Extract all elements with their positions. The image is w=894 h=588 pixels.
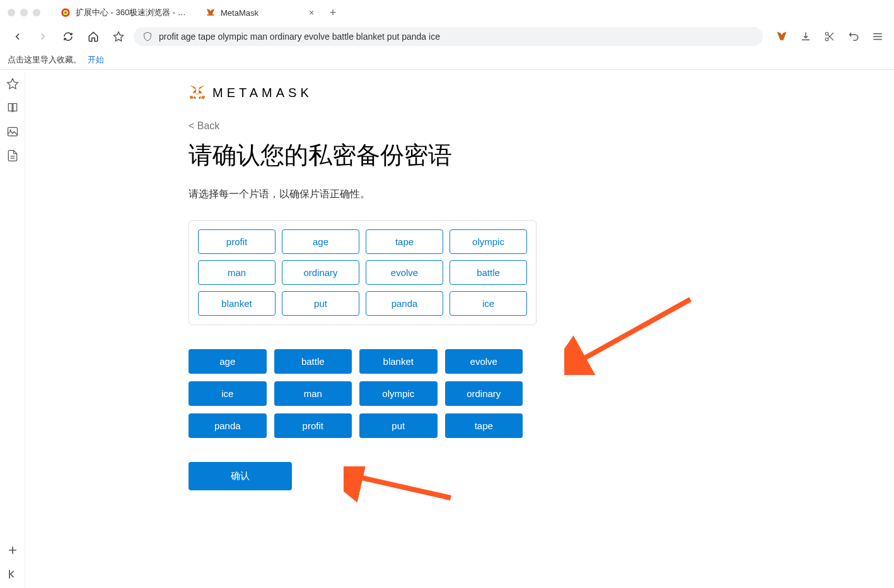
selected-word-1[interactable]: age xyxy=(282,229,359,254)
sidebar-star-icon[interactable] xyxy=(6,78,19,90)
pool-word-6[interactable]: olympic xyxy=(359,381,438,406)
selected-word-11[interactable]: ice xyxy=(450,291,527,316)
scissors-button[interactable] xyxy=(821,28,839,45)
page-content: METAMASK < Back 请确认您的私密备份密语 请选择每一个片语，以确保… xyxy=(25,71,894,588)
word-pool: agebattleblanketevolveicemanolympicordin… xyxy=(189,349,523,438)
download-button[interactable] xyxy=(797,28,815,45)
selected-word-6[interactable]: evolve xyxy=(366,260,443,285)
sidebar-book-icon[interactable] xyxy=(6,101,19,114)
bookmark-bar: 点击这里导入收藏。 开始 xyxy=(0,50,894,69)
svg-point-3 xyxy=(825,32,828,35)
sidebar-image-icon[interactable] xyxy=(6,125,19,138)
nav-back-button[interactable] xyxy=(8,26,28,47)
svg-rect-5 xyxy=(8,127,17,135)
new-tab-button[interactable]: + xyxy=(324,4,342,21)
tab-1-favicon-icon xyxy=(206,8,216,18)
pool-word-4[interactable]: ice xyxy=(189,381,267,406)
reload-button[interactable] xyxy=(58,26,78,47)
metamask-logo-icon xyxy=(189,84,206,101)
selected-word-9[interactable]: put xyxy=(282,291,359,316)
url-text: profit age tape olympic man ordinary evo… xyxy=(159,32,440,42)
tab-0-title: 扩展中心 - 360极速浏览器 - 小工具 xyxy=(76,7,190,18)
chevron-right-icon xyxy=(37,31,49,42)
selected-word-10[interactable]: panda xyxy=(366,291,443,316)
back-link[interactable]: < Back xyxy=(189,120,731,132)
svg-point-2 xyxy=(64,11,67,14)
home-icon xyxy=(88,31,99,42)
pool-word-0[interactable]: age xyxy=(189,349,267,374)
sidebar-add-icon[interactable] xyxy=(6,544,19,556)
address-bar[interactable]: profit age tape olympic man ordinary evo… xyxy=(134,27,763,46)
pool-word-2[interactable]: blanket xyxy=(359,349,438,374)
left-sidebar xyxy=(0,71,25,588)
tab-0[interactable]: 扩展中心 - 360极速浏览器 - 小工具 xyxy=(53,2,198,23)
browser-chrome: 扩展中心 - 360极速浏览器 - 小工具 MetaMask × + xyxy=(0,0,894,70)
home-button[interactable] xyxy=(83,26,103,47)
page-subtitle: 请选择每一个片语，以确保片语正确性。 xyxy=(189,188,731,201)
shield-icon xyxy=(142,32,153,42)
scissors-icon xyxy=(824,31,835,42)
metamask-logo-text: METAMASK xyxy=(212,86,313,100)
maximize-window-btn[interactable] xyxy=(33,9,40,16)
pool-word-3[interactable]: evolve xyxy=(445,349,523,374)
selected-word-4[interactable]: man xyxy=(198,260,276,285)
tab-0-favicon-icon xyxy=(61,8,71,18)
sidebar-collapse-icon[interactable] xyxy=(6,568,19,580)
bookmark-button[interactable] xyxy=(108,26,129,47)
svg-point-4 xyxy=(825,38,828,41)
selected-word-3[interactable]: olympic xyxy=(450,229,527,254)
undo-icon xyxy=(848,31,859,42)
star-icon xyxy=(113,31,124,42)
selected-word-8[interactable]: blanket xyxy=(198,291,276,316)
selected-word-0[interactable]: profit xyxy=(198,229,276,254)
minimize-window-btn[interactable] xyxy=(20,9,28,16)
tab-close-icon[interactable]: × xyxy=(306,8,316,18)
undo-button[interactable] xyxy=(845,28,862,45)
hamburger-icon xyxy=(872,31,883,42)
pool-word-5[interactable]: man xyxy=(274,381,352,406)
pool-word-8[interactable]: panda xyxy=(189,413,267,438)
menu-button[interactable] xyxy=(869,28,886,45)
chevron-left-icon xyxy=(12,31,23,42)
selected-words-box: profitagetapeolympicmanordinaryevolvebat… xyxy=(189,220,537,325)
tab-1[interactable]: MetaMask × xyxy=(198,3,324,23)
pool-word-1[interactable]: battle xyxy=(274,349,352,374)
selected-word-7[interactable]: battle xyxy=(450,260,527,285)
pool-word-7[interactable]: ordinary xyxy=(445,381,523,406)
window-controls xyxy=(8,9,40,16)
bookmark-start-link[interactable]: 开始 xyxy=(88,54,104,66)
confirm-button[interactable]: 确认 xyxy=(189,462,292,490)
page-title: 请确认您的私密备份密语 xyxy=(189,139,731,171)
metamask-extension-button[interactable] xyxy=(773,28,791,45)
pool-word-10[interactable]: put xyxy=(359,413,438,438)
tabs-row: 扩展中心 - 360极速浏览器 - 小工具 MetaMask × + xyxy=(53,2,886,23)
selected-word-5[interactable]: ordinary xyxy=(282,260,359,285)
pool-word-11[interactable]: tape xyxy=(445,413,523,438)
selected-word-2[interactable]: tape xyxy=(366,229,443,254)
close-window-btn[interactable] xyxy=(8,9,15,16)
bookmark-hint: 点击这里导入收藏。 xyxy=(8,54,81,66)
tab-1-title: MetaMask xyxy=(221,8,301,18)
fox-icon xyxy=(775,30,788,43)
sidebar-doc-icon[interactable] xyxy=(6,149,19,162)
reload-icon xyxy=(62,31,74,42)
metamask-header: METAMASK xyxy=(189,84,731,101)
download-icon xyxy=(800,31,811,42)
nav-forward-button[interactable] xyxy=(33,26,53,47)
pool-word-9[interactable]: profit xyxy=(274,413,352,438)
